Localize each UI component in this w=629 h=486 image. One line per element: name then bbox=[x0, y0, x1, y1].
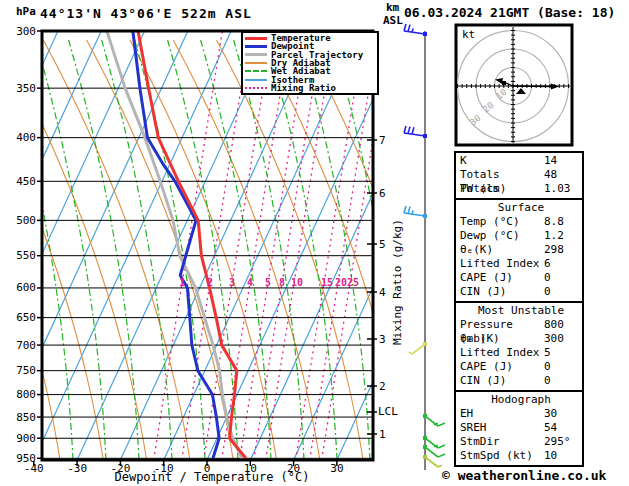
wind-barb bbox=[404, 24, 427, 36]
mixing-ratio-value-label: 10 bbox=[291, 277, 303, 288]
lcl-label: LCL bbox=[378, 406, 398, 417]
stats-label: Lifted Index bbox=[460, 346, 544, 360]
stats-row: Temp (°C)8.8 bbox=[460, 215, 582, 229]
stats-row: Pressure (mb)800 bbox=[460, 318, 582, 332]
wet-adiabat-line bbox=[36, 40, 106, 460]
stats-row: CIN (J)0 bbox=[460, 285, 582, 299]
stats-label: Pressure (mb) bbox=[460, 318, 544, 332]
wind-barb bbox=[404, 126, 427, 138]
mixing-ratio-value-label: 1 bbox=[179, 277, 185, 288]
stats-label: SREH bbox=[460, 421, 544, 435]
legend-swatch bbox=[245, 87, 267, 89]
stats-label: CAPE (J) bbox=[460, 360, 544, 374]
stats-row: K14 bbox=[460, 154, 582, 168]
hodograph-origin-marker bbox=[502, 81, 506, 85]
legend-swatch bbox=[245, 70, 267, 72]
stats-row: θₑ(K)298 bbox=[460, 243, 582, 257]
mixing-ratio-value-label: 3 bbox=[229, 277, 235, 288]
stats-label: Lifted Index bbox=[460, 257, 544, 271]
stats-value: 0 bbox=[544, 374, 582, 388]
stats-value: 800 bbox=[544, 318, 582, 332]
mixing-ratio-value-label: 2 bbox=[207, 277, 213, 288]
altitude-axis-unit-km: km bbox=[386, 2, 399, 13]
stats-row: θₑ (K)300 bbox=[460, 332, 582, 346]
stats-label: StmDir bbox=[460, 435, 544, 449]
mixing-ratio-value-label: 4 bbox=[247, 277, 253, 288]
mixing-ratio-axis-label: Mixing Ratio (g/kg) bbox=[392, 219, 403, 345]
date-title: 06.03.2024 21GMT (Base: 18) bbox=[404, 6, 615, 19]
pressure-tick-label: 450 bbox=[8, 176, 36, 187]
stats-label: Temp (°C) bbox=[460, 215, 544, 229]
stats-value: 8.8 bbox=[544, 215, 582, 229]
dry-adiabat-line bbox=[303, 40, 450, 460]
stats-row: PW (cm)1.03 bbox=[460, 182, 582, 196]
legend-item: Mixing Ratio bbox=[245, 84, 377, 92]
altitude-tick-label: 1 bbox=[379, 429, 386, 440]
wind-barb bbox=[409, 342, 427, 354]
mixing-ratio-value-label: 20 bbox=[335, 277, 347, 288]
stats-row: Lifted Index5 bbox=[460, 346, 582, 360]
pressure-tick-label: 850 bbox=[8, 412, 36, 423]
legend-label: Mixing Ratio bbox=[271, 83, 336, 93]
stats-value: 6 bbox=[544, 257, 582, 271]
legend-swatch bbox=[245, 79, 267, 81]
isotherm-line bbox=[207, 31, 404, 460]
stats-row: Totals Totals48 bbox=[460, 168, 582, 182]
dry-adiabat-line bbox=[173, 40, 320, 460]
pressure-tick-label: 500 bbox=[8, 215, 36, 226]
stats-value: 48 bbox=[544, 168, 582, 182]
stats-table-title: Surface bbox=[460, 201, 582, 215]
stats-value: 0 bbox=[544, 360, 582, 374]
legend-swatch bbox=[245, 37, 267, 40]
stats-table: SurfaceTemp (°C)8.8Dewp (°C)1.2θₑ(K)298L… bbox=[454, 198, 584, 303]
wet-adiabat-line bbox=[69, 40, 139, 460]
pressure-axis-unit: hPa bbox=[16, 6, 36, 17]
altitude-axis-unit-asl: ASL bbox=[383, 15, 403, 26]
pressure-tick-label: 650 bbox=[8, 312, 36, 323]
stats-label: CIN (J) bbox=[460, 374, 544, 388]
stats-table: K14Totals Totals48PW (cm)1.03 bbox=[454, 151, 584, 200]
stats-row: SREH54 bbox=[460, 421, 582, 435]
stats-panel: K14Totals Totals48PW (cm)1.03SurfaceTemp… bbox=[454, 153, 584, 467]
stats-table: Most UnstablePressure (mb)800θₑ (K)300Li… bbox=[454, 301, 584, 392]
wet-adiabat-line bbox=[135, 40, 205, 460]
mixing-ratio-line bbox=[310, 31, 379, 460]
stats-row: StmDir295° bbox=[460, 435, 582, 449]
stats-label: EH bbox=[460, 407, 544, 421]
altitude-tick-label: 3 bbox=[379, 334, 386, 345]
chart-legend: TemperatureDewpointParcel TrajectoryDry … bbox=[241, 31, 379, 95]
altitude-tick-label: 6 bbox=[379, 188, 386, 199]
stats-value: 1.2 bbox=[544, 229, 582, 243]
sounding-page: 12345810152025102030kt hPa 44°13'N 43°06… bbox=[0, 0, 629, 486]
stats-value: 10 bbox=[544, 449, 582, 463]
mixing-ratio-value-label: 8 bbox=[279, 277, 285, 288]
legend-swatch bbox=[245, 62, 267, 64]
stats-label: CAPE (J) bbox=[460, 271, 544, 285]
hodograph-unit-label: kt bbox=[462, 28, 475, 41]
pressure-tick-label: 400 bbox=[8, 132, 36, 143]
wet-adiabat-line bbox=[234, 40, 304, 460]
temperature-axis-title: Dewpoint / Temperature (°C) bbox=[62, 471, 362, 483]
pressure-tick-label: 700 bbox=[8, 340, 36, 351]
stats-value: 54 bbox=[544, 421, 582, 435]
mixing-ratio-line bbox=[240, 31, 309, 460]
stats-table: HodographEH30SREH54StmDir295°StmSpd (kt)… bbox=[454, 390, 584, 467]
stats-label: Dewp (°C) bbox=[460, 229, 544, 243]
altitude-tick-label: 4 bbox=[379, 287, 386, 298]
stats-label: K bbox=[460, 154, 544, 168]
stats-value: 14 bbox=[544, 154, 582, 168]
altitude-tick-label: 5 bbox=[379, 239, 386, 250]
stats-value: 300 bbox=[544, 332, 582, 346]
stats-value: 5 bbox=[544, 346, 582, 360]
mixing-ratio-value-label: 15 bbox=[321, 277, 333, 288]
stats-value: 30 bbox=[544, 407, 582, 421]
stats-row: EH30 bbox=[460, 407, 582, 421]
stats-label: θₑ(K) bbox=[460, 243, 544, 257]
stats-row: StmSpd (kt)10 bbox=[460, 449, 582, 463]
pressure-tick-label: 350 bbox=[8, 83, 36, 94]
temperature-tick-label: -40 bbox=[20, 463, 48, 474]
pressure-tick-label: 900 bbox=[8, 433, 36, 444]
dry-adiabat-line bbox=[606, 40, 629, 460]
legend-swatch bbox=[245, 53, 267, 56]
stats-row: CAPE (J)0 bbox=[460, 271, 582, 285]
